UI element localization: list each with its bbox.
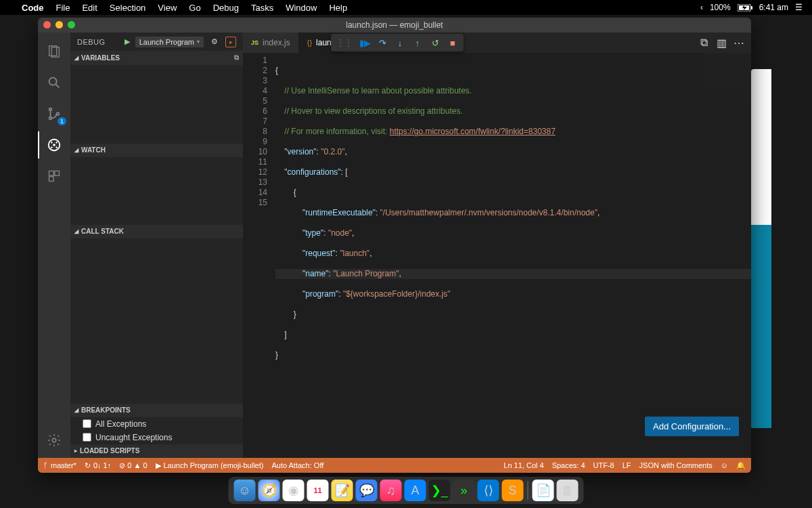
menu-extras-icon[interactable]: ☰	[795, 3, 803, 12]
encoding[interactable]: UTF-8	[593, 461, 614, 469]
indentation[interactable]: Spaces: 4	[552, 461, 585, 469]
dock-safari-icon[interactable]: 🧭	[258, 480, 280, 501]
app-menu[interactable]: Code	[22, 3, 44, 13]
code-content[interactable]: { // Use IntelliSense to learn about pos…	[275, 53, 751, 458]
menu-file[interactable]: File	[56, 3, 70, 13]
step-into-button[interactable]: ↓	[392, 35, 408, 50]
notifications-icon[interactable]: 🔔	[736, 461, 746, 470]
json-file-icon: {}	[307, 39, 312, 47]
debug-target[interactable]: ▶ Launch Program (emoji-bullet)	[156, 461, 264, 470]
background-window	[751, 69, 771, 428]
section-call-stack[interactable]: ◢CALL STACK	[70, 225, 243, 238]
restart-button[interactable]: ↺	[427, 35, 443, 50]
extensions-icon[interactable]	[38, 163, 70, 190]
section-variables[interactable]: ◢VARIABLES⧉	[70, 51, 243, 64]
breakpoint-all-exceptions[interactable]: All Exceptions	[70, 417, 243, 431]
drag-handle-icon[interactable]: ⋮⋮	[334, 38, 355, 47]
tab-index-js[interactable]: JSindex.js	[243, 33, 299, 53]
svg-rect-12	[55, 171, 60, 176]
explorer-icon[interactable]	[38, 38, 70, 65]
feedback-icon[interactable]: ☺	[721, 461, 728, 469]
source-control-icon[interactable]: 1	[38, 100, 70, 127]
language-mode[interactable]: JSON with Comments	[639, 461, 713, 469]
minimize-window-button[interactable]	[55, 21, 63, 28]
svg-rect-11	[49, 171, 54, 176]
menu-tasks[interactable]: Tasks	[251, 3, 273, 13]
debug-label: DEBUG	[77, 38, 106, 46]
minimap[interactable]	[704, 53, 751, 127]
menu-view[interactable]: View	[158, 3, 177, 13]
step-out-button[interactable]: ↑	[409, 35, 426, 50]
svg-point-6	[49, 108, 52, 111]
settings-gear-icon[interactable]	[38, 427, 70, 454]
battery-percent: 100%	[710, 3, 731, 12]
zoom-window-button[interactable]	[68, 21, 75, 28]
bp-checkbox[interactable]	[83, 419, 91, 428]
tab-label: index.js	[263, 38, 290, 47]
eol[interactable]: LF	[623, 461, 631, 469]
auto-attach[interactable]: Auto Attach: Off	[271, 461, 323, 469]
breakpoint-uncaught-exceptions[interactable]: Uncaught Exceptions	[70, 431, 243, 444]
activity-bar: 1	[38, 33, 70, 458]
menu-edit[interactable]: Edit	[82, 3, 97, 13]
dock-messages-icon[interactable]: 💬	[356, 480, 378, 501]
dock-vscode-icon[interactable]: ⟨⟩	[478, 480, 499, 501]
svg-rect-13	[49, 177, 54, 182]
battery-icon	[738, 4, 752, 12]
dock-calendar-icon[interactable]: 11	[307, 480, 329, 501]
debug-settings-icon[interactable]: ⚙	[209, 37, 220, 47]
dock-appstore-icon[interactable]: A	[405, 480, 426, 501]
menu-debug[interactable]: Debug	[213, 3, 239, 13]
menu-selection[interactable]: Selection	[110, 3, 145, 13]
split-editor-icon[interactable]: ⧉	[698, 37, 709, 48]
section-loaded-scripts[interactable]: ▸LOADED SCRIPTS	[70, 444, 243, 458]
add-configuration-button[interactable]: Add Configuration...	[645, 417, 739, 436]
bp-checkbox[interactable]	[83, 433, 91, 442]
code-editor[interactable]: 123456789101112131415 { // Use IntelliSe…	[243, 53, 751, 458]
debug-header: DEBUG ▶ Launch Program ▾ ⚙ ▸	[70, 33, 243, 51]
dock-iterm-icon[interactable]: »	[453, 480, 475, 501]
window-title: launch.json — emoji_bullet	[346, 20, 443, 30]
editor-area: JSindex.js {}launc ⧉ ▥ ⋯ ⋮⋮ ▮▶ ↷ ↓ ↑ ↺ ■…	[243, 33, 751, 458]
svg-point-10	[53, 144, 55, 146]
step-over-button[interactable]: ↷	[374, 35, 390, 50]
search-icon[interactable]	[38, 69, 70, 96]
start-debug-button[interactable]: ▶	[125, 37, 130, 46]
dock-terminal-icon[interactable]: ❯_	[429, 480, 451, 501]
titlebar: launch.json — emoji_bullet	[38, 18, 751, 33]
scm-badge: 1	[58, 117, 66, 125]
mac-dock: ☺ 🧭 ◉ 11 📝 💬 ♫ A ❯_ » ⟨⟩ S 📄 🗑	[229, 477, 584, 504]
svg-rect-2	[751, 6, 752, 9]
tab-bar: JSindex.js {}launc ⧉ ▥ ⋯	[243, 33, 751, 53]
debug-toolbar[interactable]: ⋮⋮ ▮▶ ↷ ↓ ↑ ↺ ■	[331, 34, 464, 51]
dock-chrome-icon[interactable]: ◉	[283, 480, 304, 501]
git-branch[interactable]: ᚶ master*	[43, 461, 76, 469]
nav-back-icon[interactable]: ‹	[700, 3, 703, 12]
vscode-window: launch.json — emoji_bullet 1 DEBUG ▶ Lau…	[38, 18, 751, 473]
dock-doc-icon[interactable]: 📄	[533, 480, 554, 501]
section-watch[interactable]: ◢WATCH	[70, 144, 243, 157]
toggle-layout-icon[interactable]: ▥	[716, 37, 727, 48]
menu-help[interactable]: Help	[329, 3, 347, 13]
dock-trash-icon[interactable]: 🗑	[557, 480, 579, 501]
dock-finder-icon[interactable]: ☺	[234, 480, 256, 501]
debug-console-icon[interactable]: ▸	[225, 37, 236, 47]
menu-window[interactable]: Window	[286, 3, 317, 13]
section-breakpoints[interactable]: ◢BREAKPOINTS	[70, 404, 243, 417]
git-sync[interactable]: ↻ 0↓ 1↑	[85, 461, 111, 470]
dock-notes-icon[interactable]: 📝	[332, 480, 353, 501]
line-gutter: 123456789101112131415	[243, 53, 275, 458]
dock-itunes-icon[interactable]: ♫	[380, 480, 402, 501]
collapse-icon[interactable]: ⧉	[234, 54, 239, 62]
problems[interactable]: ⊘ 0 ▲ 0	[119, 461, 147, 470]
svg-point-5	[49, 78, 57, 85]
more-actions-icon[interactable]: ⋯	[734, 37, 744, 48]
menu-go[interactable]: Go	[189, 3, 200, 13]
cursor-position[interactable]: Ln 11, Col 4	[503, 461, 543, 469]
debug-icon[interactable]	[38, 131, 70, 158]
dock-sublime-icon[interactable]: S	[502, 480, 524, 501]
close-window-button[interactable]	[43, 21, 51, 28]
debug-config-select[interactable]: Launch Program ▾	[135, 37, 204, 47]
continue-button[interactable]: ▮▶	[357, 35, 373, 50]
stop-button[interactable]: ■	[445, 35, 461, 50]
